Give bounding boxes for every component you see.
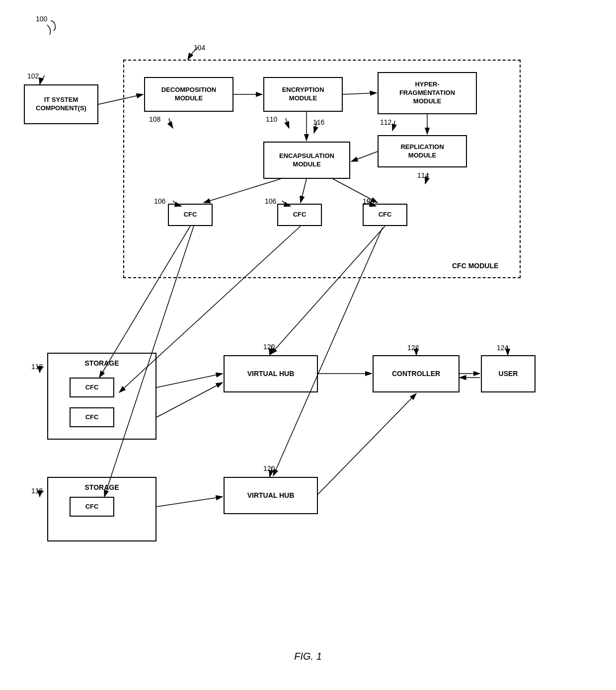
it-system-box: IT SYSTEMCOMPONENT(S) [24, 84, 98, 124]
controller-box: CONTROLLER [373, 355, 460, 392]
ref-106c: 106 [363, 197, 374, 205]
ref-112: 112 [380, 118, 391, 126]
ref-108: 108 [149, 115, 160, 123]
ref-102: 102 [27, 72, 39, 80]
encryption-box: ENCRYPTIONMODULE [263, 77, 343, 112]
fig-label: FIG. 1 [258, 651, 358, 662]
ref-106a: 106 [154, 197, 165, 205]
encapsulation-box: ENCAPSULATIONMODULE [263, 142, 350, 179]
virtual-hub2-box: VIRTUAL HUB [224, 477, 318, 514]
svg-line-17 [156, 383, 223, 417]
ref-120b: 120 [263, 464, 275, 472]
cfc-storage1a: CFC [70, 378, 114, 397]
svg-line-20 [318, 393, 416, 494]
user-box: USER [481, 355, 536, 392]
ref-118b: 118 [31, 487, 43, 495]
ref-106b: 106 [265, 197, 276, 205]
ref-122: 122 [407, 344, 419, 352]
cfc-box-2: CFC [277, 204, 322, 226]
replication-box: REPLICATIONMODULE [378, 135, 467, 167]
ref-120a: 120 [263, 343, 275, 351]
cfc-storage2a: CFC [70, 497, 114, 517]
cfc-module-label: CFC MODULE [452, 262, 498, 270]
diagram: 100 102 IT SYSTEMCOMPONENT(S) 104 CFC MO… [0, 0, 616, 690]
ref-104: 104 [194, 44, 205, 52]
ref-110: 110 [266, 115, 277, 123]
hyper-frag-box: HYPER-FRAGMENTATIONMODULE [378, 72, 477, 114]
ref-116: 116 [313, 118, 324, 126]
ref-114: 114 [417, 171, 429, 179]
cfc-box-1: CFC [168, 204, 213, 226]
svg-line-16 [156, 374, 223, 387]
ref-124: 124 [497, 344, 508, 352]
decomposition-box: DECOMPOSITIONMODULE [144, 77, 233, 112]
ref-100: 100 [36, 15, 47, 23]
svg-line-18 [156, 497, 223, 507]
cfc-box-3: CFC [363, 204, 407, 226]
cfc-storage1b: CFC [70, 407, 114, 427]
virtual-hub1-box: VIRTUAL HUB [224, 355, 318, 392]
ref-118a: 118 [31, 363, 43, 371]
